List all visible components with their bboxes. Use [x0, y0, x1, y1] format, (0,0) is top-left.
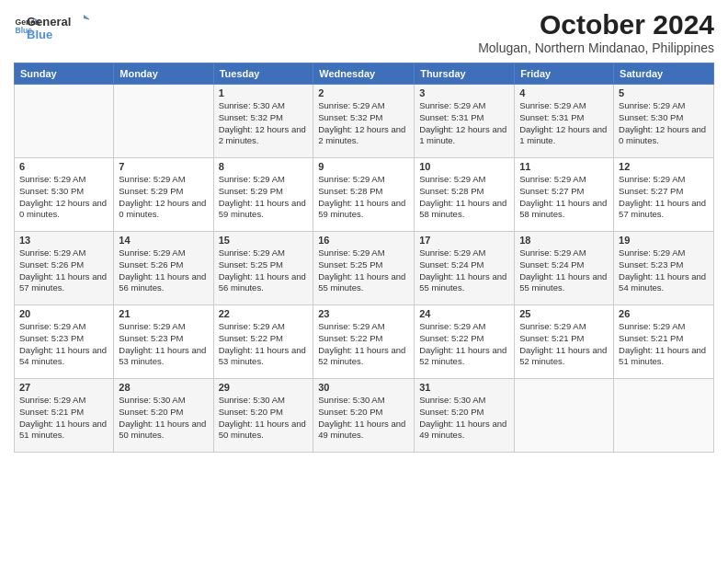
day-number: 12 [619, 161, 709, 172]
calendar-cell: 30Sunrise: 5:30 AM Sunset: 5:20 PM Dayli… [313, 379, 415, 453]
day-number: 10 [419, 161, 509, 172]
calendar-cell: 20Sunrise: 5:29 AM Sunset: 5:23 PM Dayli… [15, 305, 114, 379]
calendar-cell [15, 85, 114, 158]
day-number: 8 [219, 161, 309, 172]
calendar-cell: 3Sunrise: 5:29 AM Sunset: 5:31 PM Daylig… [415, 85, 515, 158]
day-number: 30 [318, 382, 409, 393]
calendar-body: 1Sunrise: 5:30 AM Sunset: 5:32 PM Daylig… [15, 85, 714, 453]
day-number: 17 [419, 235, 509, 246]
calendar-cell: 28Sunrise: 5:30 AM Sunset: 5:20 PM Dayli… [114, 379, 213, 453]
cell-content: Sunrise: 5:29 AM Sunset: 5:27 PM Dayligh… [519, 174, 609, 221]
title-block: October 2024 Molugan, Northern Mindanao,… [478, 9, 714, 55]
cell-content: Sunrise: 5:29 AM Sunset: 5:24 PM Dayligh… [519, 247, 609, 294]
calendar-header-row: Sunday Monday Tuesday Wednesday Thursday… [15, 63, 714, 85]
day-number: 4 [519, 87, 609, 98]
cell-content: Sunrise: 5:29 AM Sunset: 5:29 PM Dayligh… [219, 174, 309, 221]
cell-content: Sunrise: 5:29 AM Sunset: 5:21 PM Dayligh… [519, 321, 609, 368]
cell-content: Sunrise: 5:29 AM Sunset: 5:28 PM Dayligh… [419, 174, 509, 221]
cell-content: Sunrise: 5:29 AM Sunset: 5:29 PM Dayligh… [119, 174, 208, 221]
cell-content: Sunrise: 5:30 AM Sunset: 5:20 PM Dayligh… [318, 395, 409, 442]
calendar-cell: 5Sunrise: 5:29 AM Sunset: 5:30 PM Daylig… [614, 85, 714, 158]
calendar-week-1: 1Sunrise: 5:30 AM Sunset: 5:32 PM Daylig… [15, 85, 714, 158]
cell-content: Sunrise: 5:29 AM Sunset: 5:30 PM Dayligh… [619, 100, 709, 147]
calendar-cell: 14Sunrise: 5:29 AM Sunset: 5:26 PM Dayli… [114, 232, 213, 305]
calendar-week-5: 27Sunrise: 5:29 AM Sunset: 5:21 PM Dayli… [15, 379, 714, 453]
day-number: 28 [119, 382, 208, 393]
cell-content: Sunrise: 5:30 AM Sunset: 5:20 PM Dayligh… [419, 395, 509, 442]
col-saturday: Saturday [614, 63, 714, 85]
calendar-cell: 22Sunrise: 5:29 AM Sunset: 5:22 PM Dayli… [213, 305, 313, 379]
day-number: 23 [318, 308, 409, 319]
calendar-cell: 19Sunrise: 5:29 AM Sunset: 5:23 PM Dayli… [614, 232, 714, 305]
calendar-cell: 31Sunrise: 5:30 AM Sunset: 5:20 PM Dayli… [415, 379, 515, 453]
day-number: 3 [419, 87, 509, 98]
calendar-week-3: 13Sunrise: 5:29 AM Sunset: 5:26 PM Dayli… [15, 232, 714, 305]
cell-content: Sunrise: 5:29 AM Sunset: 5:32 PM Dayligh… [318, 100, 409, 147]
calendar-cell [614, 379, 714, 453]
calendar-cell: 16Sunrise: 5:29 AM Sunset: 5:25 PM Dayli… [313, 232, 415, 305]
day-number: 21 [119, 308, 208, 319]
calendar-cell: 17Sunrise: 5:29 AM Sunset: 5:24 PM Dayli… [415, 232, 515, 305]
day-number: 15 [219, 235, 309, 246]
cell-content: Sunrise: 5:29 AM Sunset: 5:24 PM Dayligh… [419, 247, 509, 294]
cell-content: Sunrise: 5:29 AM Sunset: 5:28 PM Dayligh… [318, 174, 409, 221]
calendar-cell: 11Sunrise: 5:29 AM Sunset: 5:27 PM Dayli… [515, 158, 614, 232]
day-number: 1 [219, 87, 309, 98]
month-year-title: October 2024 [478, 9, 714, 40]
day-number: 24 [419, 308, 509, 319]
cell-content: Sunrise: 5:29 AM Sunset: 5:22 PM Dayligh… [419, 321, 509, 368]
calendar-cell: 25Sunrise: 5:29 AM Sunset: 5:21 PM Dayli… [515, 305, 614, 379]
svg-text:Blue: Blue [27, 28, 52, 41]
calendar-cell: 27Sunrise: 5:29 AM Sunset: 5:21 PM Dayli… [15, 379, 114, 453]
col-sunday: Sunday [15, 63, 114, 85]
col-thursday: Thursday [415, 63, 515, 85]
day-number: 11 [519, 161, 609, 172]
cell-content: Sunrise: 5:29 AM Sunset: 5:21 PM Dayligh… [19, 395, 108, 442]
calendar-cell [515, 379, 614, 453]
calendar-cell: 18Sunrise: 5:29 AM Sunset: 5:24 PM Dayli… [515, 232, 614, 305]
cell-content: Sunrise: 5:29 AM Sunset: 5:27 PM Dayligh… [619, 174, 709, 221]
day-number: 26 [619, 308, 709, 319]
cell-content: Sunrise: 5:29 AM Sunset: 5:23 PM Dayligh… [119, 321, 208, 368]
svg-marker-5 [84, 15, 89, 20]
calendar-cell: 6Sunrise: 5:29 AM Sunset: 5:30 PM Daylig… [15, 158, 114, 232]
calendar-table: Sunday Monday Tuesday Wednesday Thursday… [14, 63, 714, 453]
header: General Blue General Blue October 2024 M… [14, 9, 714, 55]
day-number: 6 [19, 161, 108, 172]
calendar-cell: 29Sunrise: 5:30 AM Sunset: 5:20 PM Dayli… [213, 379, 313, 453]
calendar-cell: 21Sunrise: 5:29 AM Sunset: 5:23 PM Dayli… [114, 305, 213, 379]
cell-content: Sunrise: 5:29 AM Sunset: 5:25 PM Dayligh… [219, 247, 309, 294]
cell-content: Sunrise: 5:29 AM Sunset: 5:22 PM Dayligh… [318, 321, 409, 368]
day-number: 25 [519, 308, 609, 319]
calendar-cell: 1Sunrise: 5:30 AM Sunset: 5:32 PM Daylig… [213, 85, 313, 158]
calendar-cell: 7Sunrise: 5:29 AM Sunset: 5:29 PM Daylig… [114, 158, 213, 232]
day-number: 29 [219, 382, 309, 393]
location-subtitle: Molugan, Northern Mindanao, Philippines [478, 40, 714, 55]
day-number: 19 [619, 235, 709, 246]
calendar-cell: 26Sunrise: 5:29 AM Sunset: 5:21 PM Dayli… [614, 305, 714, 379]
svg-text:General: General [27, 15, 71, 29]
day-number: 22 [219, 308, 309, 319]
day-number: 16 [318, 235, 409, 246]
logo: General Blue General Blue [14, 9, 89, 44]
col-friday: Friday [515, 63, 614, 85]
day-number: 13 [19, 235, 108, 246]
day-number: 2 [318, 87, 409, 98]
cell-content: Sunrise: 5:29 AM Sunset: 5:26 PM Dayligh… [19, 247, 108, 294]
col-wednesday: Wednesday [313, 63, 415, 85]
day-number: 31 [419, 382, 509, 393]
day-number: 7 [119, 161, 208, 172]
cell-content: Sunrise: 5:30 AM Sunset: 5:32 PM Dayligh… [219, 100, 309, 147]
calendar-cell: 13Sunrise: 5:29 AM Sunset: 5:26 PM Dayli… [15, 232, 114, 305]
cell-content: Sunrise: 5:29 AM Sunset: 5:31 PM Dayligh… [519, 100, 609, 147]
day-number: 14 [119, 235, 208, 246]
cell-content: Sunrise: 5:29 AM Sunset: 5:31 PM Dayligh… [419, 100, 509, 147]
cell-content: Sunrise: 5:29 AM Sunset: 5:30 PM Dayligh… [19, 174, 108, 221]
calendar-cell: 2Sunrise: 5:29 AM Sunset: 5:32 PM Daylig… [313, 85, 415, 158]
cell-content: Sunrise: 5:29 AM Sunset: 5:21 PM Dayligh… [619, 321, 709, 368]
calendar-cell: 24Sunrise: 5:29 AM Sunset: 5:22 PM Dayli… [415, 305, 515, 379]
calendar-cell: 10Sunrise: 5:29 AM Sunset: 5:28 PM Dayli… [415, 158, 515, 232]
calendar-week-4: 20Sunrise: 5:29 AM Sunset: 5:23 PM Dayli… [15, 305, 714, 379]
calendar-cell [114, 85, 213, 158]
col-tuesday: Tuesday [213, 63, 313, 85]
